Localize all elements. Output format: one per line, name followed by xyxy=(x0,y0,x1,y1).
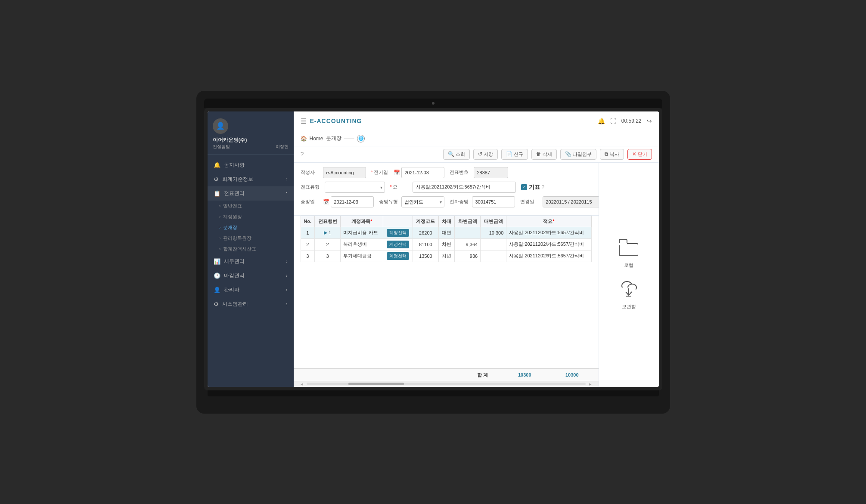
sidebar-item-admin[interactable]: 👤 관리자 › xyxy=(208,283,294,297)
cell-account-1[interactable]: 미지급비용-카드 xyxy=(341,227,383,238)
type-select[interactable] xyxy=(325,182,385,193)
save-label: 저장 xyxy=(484,151,493,158)
search-button[interactable]: 🔍 조회 xyxy=(443,149,470,160)
profile-name: 이어카운팅(주) xyxy=(213,136,289,144)
breadcrumb-home[interactable]: Home xyxy=(310,136,323,142)
account-select-btn-3[interactable]: 계정선택 xyxy=(387,252,409,260)
cell-memo-3[interactable]: 사용일:20211202/카드:5657/간식비 xyxy=(506,250,591,262)
close-label: 닫기 xyxy=(638,151,647,158)
account-select-btn-2[interactable]: 계정선택 xyxy=(387,241,409,248)
electronic-input[interactable] xyxy=(472,196,515,207)
proof-type-select[interactable]: 법인카드 xyxy=(401,196,444,207)
cell-dc-1[interactable]: 대변 xyxy=(438,227,454,238)
cloud-storage-item[interactable]: 보관함 xyxy=(619,279,638,310)
profile-sub2: 이정현 xyxy=(276,144,289,150)
right-panel: 로컬 xyxy=(599,163,659,387)
table-row: 1 ▶ 1 미지급비용-카드 계정선택 26200 xyxy=(301,227,591,238)
new-button[interactable]: 📄 신규 xyxy=(501,149,528,160)
cell-dc-2[interactable]: 차변 xyxy=(438,238,454,250)
sidebar-item-notice[interactable]: 🔔 공지사항 xyxy=(208,158,294,172)
chevron-right-icon-5: › xyxy=(286,302,287,306)
app-logo: E-ACCOUNTING xyxy=(310,117,362,124)
sidebar-label-trial-balance: 합계잔액시산표 xyxy=(223,246,256,252)
scroll-thumb[interactable] xyxy=(348,383,404,385)
delete-button[interactable]: 🗑 삭제 xyxy=(531,149,557,160)
date-input[interactable] xyxy=(401,167,444,178)
save-button[interactable]: ↺ 저장 xyxy=(473,149,498,160)
memo-input[interactable] xyxy=(413,182,516,193)
sidebar-item-general-voucher[interactable]: 일반전표 xyxy=(219,201,294,211)
copy-icon: ⧉ xyxy=(605,151,608,157)
cell-tag-2[interactable]: 계정선택 xyxy=(383,238,413,250)
attach-icon: 📎 xyxy=(565,151,571,157)
profile-sub1: 전설팀빔 xyxy=(213,144,230,150)
toolbar: ? 🔍 조회 ↺ 저장 📄 신규 xyxy=(294,146,659,163)
total-label: 합 계 xyxy=(477,372,488,378)
form-row-1: 작성자 전기일 📅 전표번호 xyxy=(301,167,592,178)
attach-button[interactable]: 📎 파일첨부 xyxy=(560,149,596,160)
cell-account-3[interactable]: 부가세대금금 xyxy=(341,250,383,262)
close-button[interactable]: ✕ 닫기 xyxy=(627,149,652,160)
voucher-table: No. 전표행번 계정과목 계정코드 차대 차변금액 대변금액 xyxy=(301,216,592,262)
search-label: 조회 xyxy=(456,151,465,158)
help-icon[interactable]: ? xyxy=(301,151,304,158)
sidebar-item-journal[interactable]: 분개장 xyxy=(219,222,294,233)
horizontal-scrollbar[interactable]: ◂ ▸ xyxy=(294,381,599,387)
form-area: 작성자 전기일 📅 전표번호 xyxy=(294,163,599,216)
attach-label: 파일첨부 xyxy=(573,151,592,158)
clock-display: 00:59:22 xyxy=(621,118,642,124)
globe-icon[interactable]: 🌐 xyxy=(357,135,365,142)
sidebar-item-system[interactable]: ⚙ 시스템관리 › xyxy=(208,297,294,311)
chevron-down-icon: ˅ xyxy=(286,191,288,196)
breadcrumb-level1[interactable]: 분개장 xyxy=(326,135,341,142)
calendar-icon: 📅 xyxy=(394,170,400,176)
scroll-left-arrow[interactable]: ◂ xyxy=(301,381,303,387)
col-code: 계정코드 xyxy=(413,216,438,227)
logout-icon[interactable]: ↪ xyxy=(647,117,652,124)
cell-memo-2[interactable]: 사용일:20211202/카드:5657/간식비 xyxy=(506,238,591,250)
cell-tag-1[interactable]: 계정선택 xyxy=(383,227,413,238)
copy-button[interactable]: ⧉ 복사 xyxy=(600,149,624,160)
cell-code-1[interactable]: 26200 xyxy=(413,227,438,238)
cell-memo-1[interactable]: 사용일:20211202/카드:5657/간식비 xyxy=(506,227,591,238)
play-icon-1[interactable]: ▶ xyxy=(324,230,327,235)
sidebar-item-accounting-std[interactable]: ⚙ 회계기준정보 › xyxy=(208,172,294,186)
sidebar-item-tax[interactable]: 📊 세무관리 › xyxy=(208,254,294,269)
author-label: 작성자 xyxy=(301,169,318,176)
total-row: 합 계 10300 10300 xyxy=(294,368,599,381)
table-row: 3 3 부가세대금금 계정선택 13500 차변 936 xyxy=(301,250,591,262)
sidebar-item-mgmt-ledger[interactable]: 관리항목원장 xyxy=(219,233,294,244)
proof-date-wrapper: 📅 xyxy=(323,196,374,207)
hamburger-icon[interactable]: ☰ xyxy=(301,117,307,125)
local-storage-item[interactable]: 로컬 xyxy=(619,239,638,269)
sidebar-item-account-ledger[interactable]: 계정원장 xyxy=(219,211,294,222)
voucher-input[interactable] xyxy=(474,167,508,178)
cell-credit-2 xyxy=(481,238,506,250)
scroll-right-arrow[interactable]: ▸ xyxy=(589,381,592,387)
cell-dc-3[interactable]: 차변 xyxy=(438,250,454,262)
sidebar-item-voucher[interactable]: 📋 전표관리 ˅ xyxy=(208,186,294,201)
cell-credit-1: 10,300 xyxy=(481,227,506,238)
sidebar-label-voucher: 전표관리 xyxy=(224,190,245,197)
account-select-btn-1[interactable]: 계정선택 xyxy=(387,229,409,237)
notification-icon[interactable]: 🔔 xyxy=(598,117,605,124)
header-right: 🔔 ⛶ 00:59:22 ↪ xyxy=(598,117,652,124)
cell-code-3[interactable]: 13500 xyxy=(413,250,438,262)
cell-code-2[interactable]: 81100 xyxy=(413,238,438,250)
fullscreen-icon[interactable]: ⛶ xyxy=(610,117,616,124)
sidebar-label-journal: 분개장 xyxy=(223,224,237,231)
cell-tag-3[interactable]: 계정선택 xyxy=(383,250,413,262)
cell-account-2[interactable]: 복리후생비 xyxy=(341,238,383,250)
sidebar-label-notice: 공지사항 xyxy=(224,161,245,169)
sidebar-nav: 🔔 공지사항 ⚙ 회계기준정보 › 📋 전표관리 ˅ xyxy=(208,155,294,387)
home-icon: 🏠 xyxy=(301,136,307,142)
author-input[interactable] xyxy=(323,167,366,178)
proof-date-input[interactable] xyxy=(331,196,374,207)
sidebar-item-trial-balance[interactable]: 합계잔액시산표 xyxy=(219,244,294,254)
sidebar-label-tax: 세무관리 xyxy=(224,258,245,265)
checkbox-gitpyo[interactable]: ✓ xyxy=(521,184,527,190)
chevron-right-icon-2: › xyxy=(286,259,287,264)
sidebar-item-closing[interactable]: 🕐 마감관리 › xyxy=(208,269,294,283)
chevron-right-icon-1: › xyxy=(286,177,287,182)
scroll-track[interactable] xyxy=(307,383,586,385)
